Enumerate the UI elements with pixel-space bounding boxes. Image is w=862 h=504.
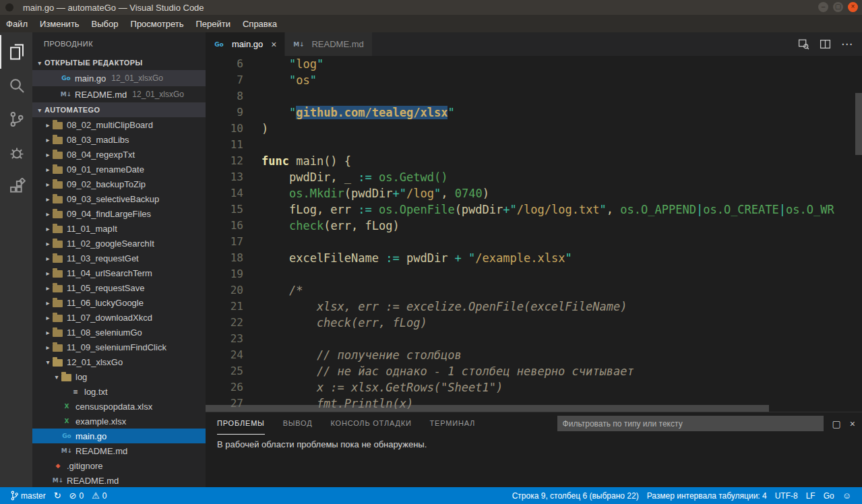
menu-item-0[interactable]: Файл bbox=[0, 15, 34, 32]
menu-item-1[interactable]: Изменить bbox=[34, 15, 86, 32]
code-line[interactable]: 21 xlsx, err := excelize.OpenFile(excelF… bbox=[206, 298, 862, 315]
tree-item-file[interactable]: Xexample.xlsx bbox=[32, 414, 206, 429]
tree-item-folder[interactable]: ▸09_03_selectiveBackup bbox=[32, 191, 206, 206]
more-actions-icon[interactable]: ⋯ bbox=[841, 37, 853, 51]
code-line[interactable]: 6 "log" bbox=[206, 56, 862, 72]
tree-item-file[interactable]: ≡log.txt bbox=[32, 384, 206, 399]
tree-item-folder[interactable]: ▸11_05_requestSave bbox=[32, 280, 206, 295]
status-sync[interactable]: ↻ bbox=[50, 487, 65, 504]
tree-item-folder[interactable]: ▸11_06_luckyGoogle bbox=[32, 295, 206, 310]
line-number[interactable]: 26 bbox=[206, 379, 243, 396]
code-line[interactable]: 14 os.Mkdir(pwdDir+"/log", 0740) bbox=[206, 185, 862, 201]
code-line[interactable]: 8 bbox=[206, 88, 862, 104]
code-line[interactable]: 13 pwdDir, _ := os.Getwd() bbox=[206, 169, 862, 185]
tree-item-file[interactable]: M↓README.md bbox=[32, 443, 206, 458]
line-number[interactable]: 13 bbox=[206, 169, 243, 185]
status-warnings[interactable]: ⚠0 bbox=[88, 487, 111, 504]
workspace-header[interactable]: ▾ AUTOMATEGO bbox=[32, 102, 206, 117]
code-line[interactable]: 17 bbox=[206, 234, 862, 250]
problems-filter-input[interactable] bbox=[557, 416, 824, 431]
code-line[interactable]: 18 excelFileName := pwdDir + "/example.x… bbox=[206, 250, 862, 266]
line-number[interactable]: 17 bbox=[206, 234, 243, 250]
line-number[interactable]: 14 bbox=[206, 185, 243, 201]
line-number[interactable]: 20 bbox=[206, 282, 243, 298]
menu-item-4[interactable]: Перейти bbox=[189, 15, 237, 32]
status-encoding[interactable]: UTF-8 bbox=[771, 487, 802, 504]
line-number[interactable]: 7 bbox=[206, 72, 243, 88]
code-line[interactable]: 9 "github.com/tealeg/xlsx" bbox=[206, 104, 862, 121]
menu-item-3[interactable]: Просмотреть bbox=[125, 15, 190, 32]
minimize-button[interactable]: – bbox=[818, 2, 828, 12]
menu-item-5[interactable]: Справка bbox=[237, 15, 283, 32]
editor-tab[interactable]: Gomain.go× bbox=[206, 32, 285, 56]
explorer-icon[interactable] bbox=[0, 35, 32, 69]
horizontal-scrollbar[interactable] bbox=[206, 405, 769, 412]
tree-item-folder[interactable]: ▾12_01_xlsxGo bbox=[32, 354, 206, 369]
status-errors[interactable]: ⊘0 bbox=[65, 487, 88, 504]
tree-item-folder[interactable]: ▸11_08_seleniumGo bbox=[32, 325, 206, 340]
line-number[interactable]: 25 bbox=[206, 363, 243, 379]
open-editor-item[interactable]: Gomain.go12_01_xlsxGo bbox=[32, 70, 206, 86]
code-line[interactable]: 25 // не йас однако - 1 столбец неверно … bbox=[206, 363, 862, 379]
maximize-panel-icon[interactable]: ▢ bbox=[832, 418, 841, 429]
line-number[interactable]: 21 bbox=[206, 298, 243, 315]
extensions-icon[interactable] bbox=[0, 170, 32, 203]
menu-item-2[interactable]: Выбор bbox=[86, 15, 125, 32]
status-git-branch[interactable]: master bbox=[7, 487, 50, 504]
code-editor[interactable]: 6 "log"7 "os"89 "github.com/tealeg/xlsx"… bbox=[206, 56, 862, 412]
source-control-icon[interactable] bbox=[0, 102, 32, 136]
line-number[interactable]: 6 bbox=[206, 56, 243, 72]
line-number[interactable]: 22 bbox=[206, 315, 243, 331]
tree-item-file[interactable]: Xcensuspopdata.xlsx bbox=[32, 399, 206, 414]
code-line[interactable]: 12func main() { bbox=[206, 153, 862, 169]
tree-item-folder[interactable]: ▸11_03_requestGet bbox=[32, 251, 206, 265]
status-cursor-position[interactable]: Строка 9, столбец 6 (выбрано 22) bbox=[508, 487, 643, 504]
tree-item-folder[interactable]: ▸08_03_madLibs bbox=[32, 132, 206, 147]
tree-item-file[interactable]: M↓README.md bbox=[32, 473, 206, 487]
tree-item-folder[interactable]: ▸09_04_findLargeFiles bbox=[32, 206, 206, 221]
panel-tab-3[interactable]: ТЕРМИНАЛ bbox=[430, 412, 475, 435]
line-number[interactable]: 12 bbox=[206, 153, 243, 169]
tree-item-folder[interactable]: ▸08_02_multiClipBoard bbox=[32, 117, 206, 132]
split-editor-icon[interactable] bbox=[820, 38, 831, 50]
code-line[interactable]: 20 /* bbox=[206, 282, 862, 298]
status-feedback[interactable]: ☺ bbox=[838, 487, 855, 504]
line-number[interactable]: 9 bbox=[206, 104, 243, 121]
code-line[interactable]: 7 "os" bbox=[206, 72, 862, 88]
tree-item-folder[interactable]: ▸11_04_urlSearchTerm bbox=[32, 265, 206, 280]
panel-tab-0[interactable]: ПРОБЛЕМЫ bbox=[217, 412, 265, 435]
line-number[interactable]: 8 bbox=[206, 88, 243, 104]
tree-item-folder[interactable]: ▸09_01_renameDate bbox=[32, 162, 206, 177]
line-number[interactable]: 15 bbox=[206, 201, 243, 218]
line-number[interactable]: 18 bbox=[206, 250, 243, 266]
tree-item-file[interactable]: Gomain.go bbox=[32, 429, 206, 443]
tree-item-folder[interactable]: ▸11_02_googleSearchIt bbox=[32, 236, 206, 251]
code-line[interactable]: 19 bbox=[206, 266, 862, 282]
status-eol[interactable]: LF bbox=[802, 487, 820, 504]
line-number[interactable]: 10 bbox=[206, 121, 243, 137]
line-number[interactable]: 16 bbox=[206, 218, 243, 234]
close-button[interactable]: × bbox=[848, 2, 858, 12]
tree-item-folder[interactable]: ▸11_07_downloadXkcd bbox=[32, 310, 206, 325]
code-line[interactable]: 24 // получение столбцов bbox=[206, 347, 862, 363]
line-number[interactable]: 24 bbox=[206, 347, 243, 363]
tree-item-folder[interactable]: ▸11_01_mapIt bbox=[32, 221, 206, 236]
code-line[interactable]: 11 bbox=[206, 137, 862, 153]
code-line[interactable]: 10) bbox=[206, 121, 862, 137]
code-line[interactable]: 15 fLog, err := os.OpenFile(pwdDir+"/log… bbox=[206, 201, 862, 218]
maximize-button[interactable]: ▢ bbox=[833, 2, 843, 12]
close-icon[interactable]: × bbox=[271, 39, 276, 50]
line-number[interactable]: 19 bbox=[206, 266, 243, 282]
tree-item-file[interactable]: ◆.gitignore bbox=[32, 458, 206, 473]
open-preview-icon[interactable] bbox=[798, 38, 809, 50]
vertical-scrollbar[interactable] bbox=[855, 93, 862, 155]
panel-tab-2[interactable]: КОНСОЛЬ ОТЛАДКИ bbox=[330, 412, 411, 435]
code-line[interactable]: 26 x := xlsx.GetRows("Sheet1") bbox=[206, 379, 862, 396]
line-number[interactable]: 11 bbox=[206, 137, 243, 153]
code-line[interactable]: 23 bbox=[206, 331, 862, 347]
status-language-mode[interactable]: Go bbox=[820, 487, 838, 504]
code-line[interactable]: 22 check(err, fLog) bbox=[206, 315, 862, 331]
search-icon[interactable] bbox=[0, 69, 32, 102]
tree-item-folder[interactable]: ▸11_09_seleniumFindClick bbox=[32, 340, 206, 354]
open-editors-header[interactable]: ▾ ОТКРЫТЫЕ РЕДАКТОРЫ bbox=[32, 55, 206, 70]
